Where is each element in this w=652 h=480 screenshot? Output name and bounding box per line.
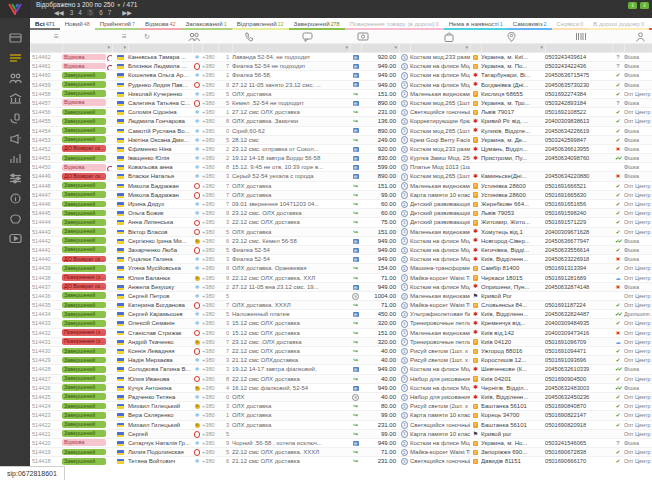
filter-cell-9[interactable]: ▼ bbox=[362, 44, 399, 52]
order-comment[interactable] bbox=[232, 292, 350, 300]
tracking-number[interactable]: 20400309838613 bbox=[545, 117, 612, 125]
client-name[interactable]: Анжела Безушку bbox=[128, 283, 192, 291]
status-badge[interactable]: Завершений bbox=[62, 136, 112, 144]
order-row-514448[interactable]: 514448ЗавершенийМикола Бадражан+3807ОЛХ … bbox=[30, 182, 652, 191]
delivery-location[interactable]: Украина, м. Но... bbox=[481, 439, 545, 447]
order-comment[interactable]: 22.12 смс ОЛХ доставка. ХХХЛ bbox=[232, 448, 350, 456]
status-column-icon[interactable]: ≡ bbox=[122, 32, 127, 41]
client-phone[interactable]: +380 bbox=[202, 338, 218, 346]
order-comment[interactable]: 27.12 11-05 вна 23.12 смс. 19... bbox=[232, 283, 350, 291]
status-badge[interactable]: Завершений bbox=[62, 365, 112, 373]
order-row-514419[interactable]: 514419ЗавершенийЛилия Подолинская+380522… bbox=[30, 448, 652, 457]
status-badge[interactable]: ДО Возврат ск... bbox=[62, 255, 112, 263]
client-phone[interactable]: +380 bbox=[202, 53, 218, 61]
product-name[interactable]: Детский развивающий констру... bbox=[410, 218, 470, 226]
delivery-location[interactable]: Опришени, Пун... bbox=[481, 283, 545, 291]
delivery-location[interactable]: Устинівка 28600 bbox=[481, 182, 545, 190]
product-name[interactable]: Светящийся гоночный трек Ma... bbox=[410, 421, 470, 429]
order-row-514430[interactable]: 514430ЗавершенийКсенія Левадняя+380722.1… bbox=[30, 347, 652, 356]
client-name[interactable]: Микола Бадражан bbox=[128, 182, 192, 190]
order-row-514422[interactable]: 514422ЗавершенийМихаил Гилецькийlk+3803О… bbox=[30, 421, 652, 430]
order-comment[interactable]: 21.12 смс ОЛХ доставка bbox=[232, 457, 350, 465]
tracking-number[interactable]: 0503243422436 bbox=[545, 62, 612, 70]
statistics-icon[interactable] bbox=[7, 152, 23, 165]
order-row-514427[interactable]: 514427ЗавершенийЮлия Иванова+380822.12 с… bbox=[30, 375, 652, 384]
tab-Прийнятий[interactable]: Прийнятий7 bbox=[95, 18, 140, 30]
order-row-514440[interactable]: 514440ДО Возврат ск...Гуцалюк Галина❄+38… bbox=[30, 255, 652, 264]
delivery-location[interactable]: Давидів 81151 bbox=[481, 457, 545, 465]
client-phone[interactable]: +380 bbox=[202, 347, 218, 355]
client-phone[interactable]: +380 bbox=[202, 457, 218, 465]
order-row-514424[interactable]: 514424ЗавершенийМихаил Гилецькийlk+3803О… bbox=[30, 402, 652, 411]
product-name[interactable]: Маленькая видеокамера SQ8 *... bbox=[410, 329, 470, 337]
client-phone[interactable]: +380 bbox=[202, 319, 218, 327]
product-name[interactable]: Набор для рисования в темнот... bbox=[410, 393, 470, 401]
product-name[interactable]: Крем Goqi Berry Facial Cream *3... bbox=[410, 136, 470, 144]
order-row-514431[interactable]: 514431Повернення (з...Андрій Ткаченкоlk+… bbox=[30, 338, 652, 347]
product-name[interactable]: Набор для рисования в темнот... bbox=[410, 375, 470, 383]
client-name[interactable]: Анна Липенська bbox=[128, 218, 192, 226]
status-badge[interactable]: Завершений bbox=[62, 301, 112, 309]
product-name[interactable]: Детский развивающий констру... bbox=[410, 200, 470, 208]
status-badge[interactable]: Завершений bbox=[62, 182, 112, 190]
client-phone[interactable]: +380 bbox=[202, 375, 218, 383]
client-phone[interactable]: +380 bbox=[202, 154, 218, 162]
client-name[interactable]: Олексій Семанін bbox=[128, 319, 192, 327]
product-name[interactable]: Костюм на флисе Мод,1014 (1ш... bbox=[410, 365, 470, 373]
delivery-location[interactable]: Украина, м. Киї... bbox=[481, 53, 545, 61]
delivery-location[interactable]: Львів 79017 bbox=[481, 108, 545, 116]
client-name[interactable]: Андрій Ткаченко bbox=[128, 338, 192, 346]
delivery-location[interactable]: Корець 34700 bbox=[481, 411, 545, 419]
client-name[interactable]: Сергей Петров bbox=[128, 292, 192, 300]
status-badge[interactable]: Завершений bbox=[62, 310, 112, 318]
order-comment[interactable]: 19.12 14-17 завтра фіалковий, bbox=[232, 365, 350, 373]
clients-icon[interactable] bbox=[7, 72, 23, 85]
delivery-location[interactable]: Ужгород 88016 bbox=[481, 347, 545, 355]
delivery-location[interactable]: Кегичівка, Відді... bbox=[481, 246, 545, 254]
product-name[interactable]: Ультрафиолетовая бактерицид... bbox=[410, 310, 470, 318]
client-phone[interactable]: +380 bbox=[202, 384, 218, 392]
client-name[interactable]: Катерина Богданова bbox=[128, 301, 192, 309]
order-comment[interactable]: 23.12 смс. отправка от Сокол... bbox=[232, 145, 350, 153]
client-phone[interactable]: +380 bbox=[202, 448, 218, 456]
tracking-number[interactable]: 0501690840870 bbox=[545, 402, 612, 410]
status-badge[interactable]: Завершений bbox=[62, 384, 112, 392]
filter-dropdown-icon[interactable]: ▼ bbox=[107, 45, 111, 50]
product-name[interactable]: Светящийся гоночный трек Ma... bbox=[410, 457, 470, 465]
product-name[interactable]: Рисуй светом (1шт. х 40.00 = 40... bbox=[410, 347, 470, 355]
client-name[interactable]: Нікітіна Оксана Дми... bbox=[128, 136, 192, 144]
status-badge[interactable]: Завершений bbox=[62, 430, 112, 438]
tracking-number[interactable]: 0501691096709 bbox=[545, 338, 612, 346]
client-name[interactable]: Николай Кучеренко bbox=[128, 90, 192, 98]
tracking-column-icon[interactable] bbox=[575, 32, 587, 43]
order-row-514420[interactable]: 514420ВідмоваСитарчук Наталія Гр...❄+380… bbox=[30, 439, 652, 448]
product-name[interactable]: Маленькая видеокамера SQ8 *... bbox=[410, 292, 470, 300]
client-name[interactable]: Самотій Руслана Во... bbox=[128, 127, 192, 135]
client-name[interactable]: Людмила Гончарова bbox=[128, 117, 192, 125]
client-phone[interactable]: +380 bbox=[202, 310, 218, 318]
tracking-number[interactable]: 0501691571229 bbox=[545, 218, 612, 226]
order-row-514455[interactable]: 514455ЗавершенийЛюдмила Гончарова❄+3808О… bbox=[30, 117, 652, 126]
app-logo[interactable] bbox=[0, 0, 30, 18]
product-name[interactable]: Майка-корсет Waist Trainer *142... bbox=[410, 274, 470, 282]
client-name[interactable]: Сергей bbox=[128, 430, 192, 438]
delivery-location[interactable]: Запоріжжя 690... bbox=[481, 448, 545, 456]
status-badge[interactable]: Завершений bbox=[62, 191, 112, 199]
first-page-button[interactable]: ◀◀ bbox=[54, 9, 64, 16]
tracking-number[interactable]: 0501690666170 bbox=[545, 457, 612, 465]
tracking-number[interactable]: 0501691094471 bbox=[545, 347, 612, 355]
order-comment[interactable]: ОЛХ доставка. Замочки bbox=[232, 117, 350, 125]
order-comment[interactable]: 23.12 смс. Кемел 56-58 bbox=[232, 237, 350, 245]
client-phone[interactable]: +380 bbox=[202, 255, 218, 263]
order-row-514436[interactable]: 514436ЗавершенийСергей Петров❄+3805₴1004… bbox=[30, 292, 652, 301]
client-phone[interactable]: +380 bbox=[202, 430, 218, 438]
client-phone[interactable]: +380 bbox=[202, 145, 218, 153]
status-badge[interactable]: Завершений bbox=[62, 127, 112, 135]
client-name[interactable]: Кучук Антонина bbox=[128, 384, 192, 392]
tracking-number[interactable]: 0501691187224 bbox=[545, 301, 612, 309]
client-name[interactable]: Михаил Гилецький bbox=[128, 402, 192, 410]
client-phone[interactable]: +380 bbox=[202, 163, 218, 171]
filter-cell-1[interactable]: ▼ bbox=[63, 44, 112, 52]
tab-Сервіси[interactable]: Сервіси0 bbox=[552, 18, 589, 30]
order-row-514421[interactable]: 514421ЗавершенийСергей+3805↪99.001Карта … bbox=[30, 430, 652, 439]
